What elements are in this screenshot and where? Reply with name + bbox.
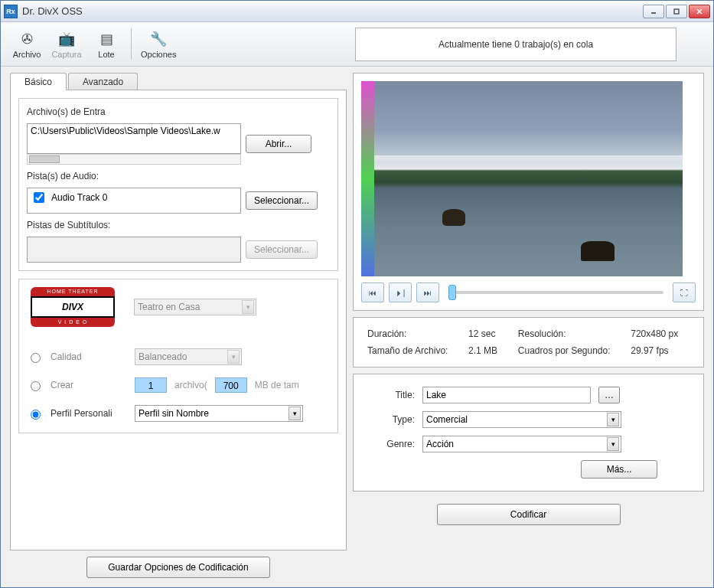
profile-label: Perfil Personali bbox=[51, 408, 127, 419]
svg-rect-1 bbox=[674, 9, 679, 14]
divx-logo-mid: DIVX bbox=[31, 296, 115, 318]
batch-icon: ▤ bbox=[97, 30, 116, 48]
video-preview bbox=[361, 81, 696, 276]
tv-icon: 📺 bbox=[57, 30, 76, 48]
create-size-field[interactable]: 700 bbox=[215, 377, 247, 393]
toolbar-archivo[interactable]: ✇ Archivo bbox=[7, 25, 47, 63]
duration-label: Duración: bbox=[367, 328, 459, 339]
input-files-label: Archivo(s) de Entra bbox=[27, 106, 330, 117]
video-scene bbox=[374, 81, 682, 276]
toolbar: ✇ Archivo 📺 Captura ▤ Lote 🔧 Opciones Ac… bbox=[1, 22, 713, 67]
create-row: Crear 1 archivo( 700 MB de tam bbox=[27, 377, 330, 393]
quality-row: Calidad Balanceado ▾ bbox=[27, 348, 330, 365]
close-button[interactable] bbox=[689, 5, 710, 18]
toolbar-opciones-label: Opciones bbox=[141, 50, 176, 59]
subtitle-tracks-label: Pistas de Subtítulos: bbox=[27, 220, 330, 230]
seek-slider[interactable] bbox=[448, 291, 663, 294]
toolbar-lote-label: Lote bbox=[98, 50, 114, 59]
audio-track-checkbox[interactable] bbox=[34, 192, 44, 203]
meta-genre-combo[interactable]: Acción ▾ bbox=[422, 436, 621, 452]
titlebar: Rx Dr. DivX OSS bbox=[1, 1, 713, 22]
chevron-down-icon[interactable]: ▾ bbox=[607, 413, 619, 426]
quality-combo: Balanceado ▾ bbox=[135, 348, 242, 365]
audio-tracks-label: Pista(s) de Audio: bbox=[27, 171, 330, 181]
divx-logo-bot: V I D E O bbox=[31, 318, 115, 327]
meta-more-button[interactable]: Más... bbox=[581, 460, 657, 479]
create-archivo-text: archivo( bbox=[174, 380, 207, 390]
create-mb-text: MB de tam bbox=[255, 380, 299, 390]
cert-mode-value: Teatro en Casa bbox=[138, 302, 200, 312]
encode-button[interactable]: Codificar bbox=[437, 504, 621, 525]
meta-type-value: Comercial bbox=[426, 414, 468, 425]
open-button[interactable]: Abrir... bbox=[246, 135, 311, 153]
info-panel: Duración: 12 sec Resolución: 720x480 px … bbox=[353, 317, 704, 368]
content-area: Básico Avanzado Archivo(s) de Entra C:\U… bbox=[1, 67, 713, 587]
quality-label: Calidad bbox=[51, 351, 127, 362]
encoding-group: HOME THEATER DIVX V I D E O Teatro en Ca… bbox=[18, 279, 338, 433]
cert-mode-combo: Teatro en Casa ▾ bbox=[134, 299, 256, 315]
preview-panel: ⏮ ⏵| ⏭ ⛶ bbox=[353, 73, 704, 311]
meta-title-browse-button[interactable]: … bbox=[598, 387, 620, 403]
basic-panel: Archivo(s) de Entra C:\Users\Public\Vide… bbox=[10, 90, 347, 550]
select-subtitle-button: Seleccionar... bbox=[246, 240, 318, 259]
left-column: Básico Avanzado Archivo(s) de Entra C:\U… bbox=[10, 73, 347, 578]
create-count-field[interactable]: 1 bbox=[135, 377, 167, 393]
divx-logo: HOME THEATER DIVX V I D E O bbox=[27, 287, 119, 327]
filesize-label: Tamaño de Archivo: bbox=[367, 345, 459, 356]
maximize-button[interactable] bbox=[666, 5, 687, 18]
subtitle-tracks-list bbox=[27, 237, 241, 263]
chevron-down-icon: ▾ bbox=[227, 350, 240, 364]
profile-row: Perfil Personali Perfil sin Nombre ▾ bbox=[27, 405, 330, 422]
toolbar-captura[interactable]: 📺 Captura bbox=[47, 25, 86, 63]
chevron-down-icon: ▾ bbox=[242, 300, 254, 314]
chevron-down-icon[interactable]: ▾ bbox=[289, 407, 301, 420]
toolbar-separator bbox=[131, 28, 132, 60]
divx-logo-top: HOME THEATER bbox=[31, 287, 115, 296]
meta-type-label: Type: bbox=[369, 414, 415, 425]
video-left-bar bbox=[361, 81, 374, 276]
input-files-list[interactable]: C:\Users\Public\Videos\Sample Videos\Lak… bbox=[27, 123, 241, 154]
save-options-button[interactable]: Guardar Opciones de Codificación bbox=[86, 557, 270, 578]
quality-value: Balanceado bbox=[139, 351, 187, 362]
input-file-item[interactable]: C:\Users\Public\Videos\Sample Videos\Lak… bbox=[31, 126, 237, 136]
seek-thumb[interactable] bbox=[448, 285, 456, 300]
tab-basico[interactable]: Básico bbox=[10, 73, 67, 90]
profile-value: Perfil sin Nombre bbox=[139, 408, 209, 419]
fps-label: Cuadros por Segundo: bbox=[518, 345, 621, 356]
toolbar-archivo-label: Archivo bbox=[13, 50, 41, 59]
profile-radio[interactable] bbox=[31, 410, 41, 420]
toolbar-opciones[interactable]: 🔧 Opciones bbox=[136, 25, 181, 63]
quality-radio[interactable] bbox=[31, 353, 41, 363]
player-controls: ⏮ ⏵| ⏭ ⛶ bbox=[361, 283, 696, 302]
toolbar-lote[interactable]: ▤ Lote bbox=[86, 25, 126, 63]
window-buttons bbox=[643, 5, 710, 18]
profile-combo[interactable]: Perfil sin Nombre ▾ bbox=[135, 405, 303, 422]
forward-end-button[interactable]: ⏭ bbox=[416, 283, 439, 302]
duration-value: 12 sec bbox=[468, 328, 509, 339]
toolbar-captura-label: Captura bbox=[51, 50, 81, 59]
input-files-hscroll[interactable] bbox=[27, 154, 241, 165]
filesize-value: 2.1 MB bbox=[468, 345, 509, 356]
select-audio-button[interactable]: Seleccionar... bbox=[246, 191, 318, 210]
fullscreen-button[interactable]: ⛶ bbox=[673, 283, 696, 302]
meta-title-input[interactable] bbox=[422, 387, 591, 403]
minimize-button[interactable] bbox=[643, 5, 664, 18]
tabs: Básico Avanzado bbox=[10, 73, 347, 90]
right-column: ⏮ ⏵| ⏭ ⛶ Duración: 12 sec Resolución: 72… bbox=[353, 73, 704, 578]
audio-tracks-list[interactable]: Audio Track 0 bbox=[27, 188, 241, 214]
input-group: Archivo(s) de Entra C:\Users\Public\Vide… bbox=[18, 98, 338, 271]
meta-genre-label: Genre: bbox=[369, 439, 415, 449]
metadata-panel: Title: … Type: Comercial ▾ Genre: Acción… bbox=[353, 374, 704, 492]
audio-track-item[interactable]: Audio Track 0 bbox=[31, 190, 237, 205]
chevron-down-icon[interactable]: ▾ bbox=[607, 437, 619, 451]
audio-track-label: Audio Track 0 bbox=[51, 192, 107, 203]
rewind-start-button[interactable]: ⏮ bbox=[361, 283, 384, 302]
meta-genre-value: Acción bbox=[426, 439, 454, 449]
step-forward-button[interactable]: ⏵| bbox=[389, 283, 412, 302]
video-right-bar bbox=[683, 81, 696, 276]
tab-avanzado[interactable]: Avanzado bbox=[68, 73, 138, 90]
wrench-icon: 🔧 bbox=[149, 30, 168, 48]
create-radio[interactable] bbox=[31, 381, 41, 391]
meta-type-combo[interactable]: Comercial ▾ bbox=[422, 411, 621, 428]
meta-title-label: Title: bbox=[369, 390, 415, 400]
